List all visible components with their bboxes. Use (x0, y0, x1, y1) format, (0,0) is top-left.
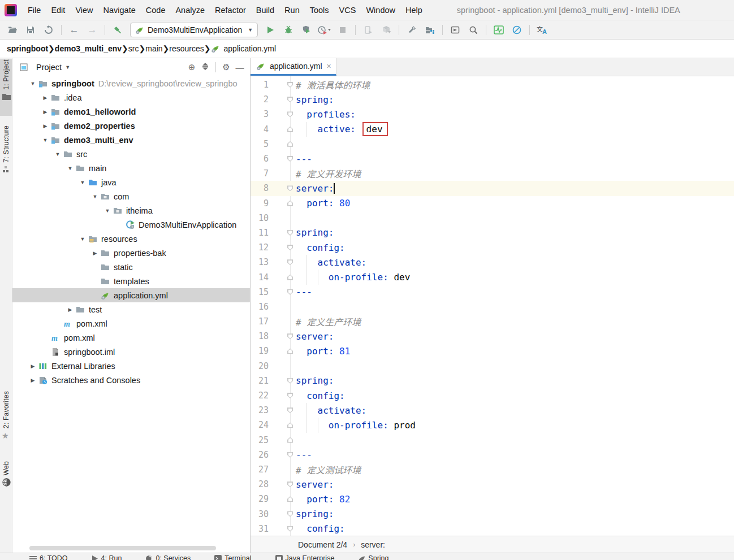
code-line-6[interactable]: 6 --- (251, 151, 734, 166)
fold-marker-icon[interactable] (287, 437, 293, 443)
code-line-14[interactable]: 14 on-profile: dev (251, 270, 734, 284)
menu-tools[interactable]: Tools (305, 3, 334, 17)
fold-marker-icon[interactable] (287, 333, 293, 339)
run-coverage-icon[interactable] (299, 23, 314, 37)
tree-item-com[interactable]: ▼ com (12, 189, 250, 203)
tree-item-pom-xml[interactable]: m pom.xml (12, 316, 250, 331)
fold-marker-icon[interactable] (287, 127, 293, 132)
fold-marker-icon[interactable] (287, 393, 293, 398)
collapse-all-icon[interactable] (198, 63, 212, 72)
chevron-down-icon[interactable]: ▼ (102, 208, 113, 214)
code-line-10[interactable]: 10 (251, 211, 734, 225)
tool-stripe-7-structure[interactable]: 7: Structure (0, 125, 12, 200)
menu-vcs[interactable]: VCS (334, 3, 361, 17)
menu-build[interactable]: Build (251, 3, 279, 17)
code-editor[interactable]: 1 # 激活具体的环境2 spring:3 profiles:4 active:… (251, 76, 734, 536)
chevron-right-icon[interactable]: ▶ (40, 109, 51, 115)
build-hammer-icon[interactable] (110, 23, 125, 37)
activity-monitor-icon[interactable] (491, 23, 506, 37)
fold-marker-icon[interactable] (287, 407, 293, 413)
translate-icon[interactable]: 文A (535, 23, 550, 37)
power-save-icon[interactable] (510, 23, 524, 37)
chevron-down-icon[interactable]: ▼ (65, 64, 70, 70)
menu-help[interactable]: Help (400, 3, 428, 17)
bottom-tool-4-run[interactable]: 4: Run (92, 554, 122, 560)
menu-file[interactable]: File (23, 3, 46, 17)
tree-item-scratches-and-consoles[interactable]: ▶ Scratches and Consoles (12, 373, 250, 387)
fold-marker-icon[interactable] (287, 452, 293, 458)
code-line-27[interactable]: 27 # 定义测试环境 (251, 462, 734, 477)
code-line-18[interactable]: 18 server: (251, 329, 734, 344)
chevron-right-icon[interactable]: ▶ (89, 250, 101, 256)
tree-item-demo3multienvapplication[interactable]: Demo3MultiEnvApplication (12, 218, 250, 232)
fold-marker-icon[interactable] (287, 245, 293, 250)
tree-item-demo2_properties[interactable]: ▶ demo2_properties (12, 119, 250, 133)
breadcrumb-application-yml[interactable]: application.yml (211, 44, 277, 53)
stop-icon[interactable] (335, 23, 350, 37)
tool-stripe-web[interactable]: Web (0, 461, 12, 495)
tree-item-static[interactable]: static (12, 260, 250, 274)
fold-marker-icon[interactable] (287, 511, 293, 517)
code-line-30[interactable]: 30 spring: (251, 506, 734, 521)
attach-debugger-icon[interactable] (361, 23, 375, 37)
tree-item-itheima[interactable]: ▼ itheima (12, 203, 250, 218)
fold-marker-icon[interactable] (287, 481, 293, 487)
fold-marker-icon[interactable] (287, 259, 293, 265)
sync-icon[interactable] (41, 23, 56, 37)
chevron-down-icon[interactable]: ▼ (77, 236, 88, 242)
tree-item--idea[interactable]: ▶ .idea (12, 90, 250, 105)
fold-marker-icon[interactable] (287, 526, 293, 532)
code-line-16[interactable]: 16 (251, 299, 734, 314)
tree-item-springboot[interactable]: ▼ springbootD:\review_springboot\review_… (12, 76, 250, 90)
tree-item-demo1_helloworld[interactable]: ▶ demo1_helloworld (12, 105, 250, 119)
breadcrumb-springboot[interactable]: springboot (7, 44, 48, 53)
code-line-4[interactable]: 4 active: dev (251, 122, 734, 137)
fold-marker-icon[interactable] (287, 378, 293, 384)
forward-icon[interactable]: → (85, 23, 100, 37)
tree-item-properties-bak[interactable]: ▶ properties-bak (12, 246, 250, 260)
menu-view[interactable]: View (70, 3, 98, 17)
chevron-right-icon[interactable]: ▶ (40, 123, 51, 129)
bottom-tool-6-todo[interactable]: 6: TODO (29, 554, 68, 560)
bottom-tool-spring[interactable]: Spring (358, 554, 388, 560)
code-line-15[interactable]: 15 --- (251, 285, 734, 299)
chevron-down-icon[interactable]: ▼ (27, 81, 38, 86)
tree-item-demo3_multi_env[interactable]: ▼ demo3_multi_env (12, 133, 250, 147)
tab-application-yml[interactable]: application.yml × (251, 58, 336, 76)
chevron-down-icon[interactable]: ▼ (40, 137, 51, 143)
fold-marker-icon[interactable] (287, 230, 293, 236)
code-line-26[interactable]: 26 --- (251, 448, 734, 462)
fold-marker-icon[interactable] (287, 348, 293, 354)
chevron-right-icon[interactable]: ▶ (27, 377, 38, 383)
menu-code[interactable]: Code (141, 3, 171, 17)
locate-icon[interactable]: ⊕ (185, 62, 198, 72)
tool-stripe-1-project[interactable]: 1: Project (0, 59, 12, 116)
breadcrumb-demo3_multi_env[interactable]: demo3_multi_env (55, 44, 122, 53)
code-line-25[interactable]: 25 (251, 433, 734, 448)
fold-marker-icon[interactable] (287, 275, 293, 280)
fold-marker-icon[interactable] (287, 156, 293, 162)
fold-marker-icon[interactable] (287, 185, 293, 191)
open-file-icon[interactable] (5, 23, 20, 37)
tree-item-application-yml[interactable]: application.yml (12, 288, 250, 302)
tree-item-main[interactable]: ▼ main (12, 161, 250, 175)
tree-item-resources[interactable]: ▼ resources (12, 232, 250, 246)
project-panel-title[interactable]: Project (36, 63, 62, 72)
close-icon[interactable]: × (327, 62, 331, 71)
tree-item-pom-xml[interactable]: m pom.xml (12, 331, 250, 345)
profiler-icon[interactable] (317, 23, 332, 37)
fold-marker-icon[interactable] (287, 289, 293, 295)
breadcrumb-main[interactable]: main (145, 44, 162, 53)
chevron-right-icon[interactable]: ▶ (27, 363, 38, 369)
code-line-31[interactable]: 31 config: (251, 522, 734, 536)
fold-marker-icon[interactable] (287, 201, 293, 206)
project-structure-icon[interactable] (422, 23, 437, 37)
code-line-5[interactable]: 5 (251, 137, 734, 151)
code-line-23[interactable]: 23 activate: (251, 403, 734, 418)
horizontal-scrollbar[interactable] (29, 546, 216, 550)
tree-item-templates[interactable]: templates (12, 274, 250, 288)
fold-marker-icon[interactable] (287, 111, 293, 117)
menu-run[interactable]: Run (279, 3, 305, 17)
code-line-22[interactable]: 22 config: (251, 388, 734, 403)
code-line-20[interactable]: 20 (251, 359, 734, 374)
